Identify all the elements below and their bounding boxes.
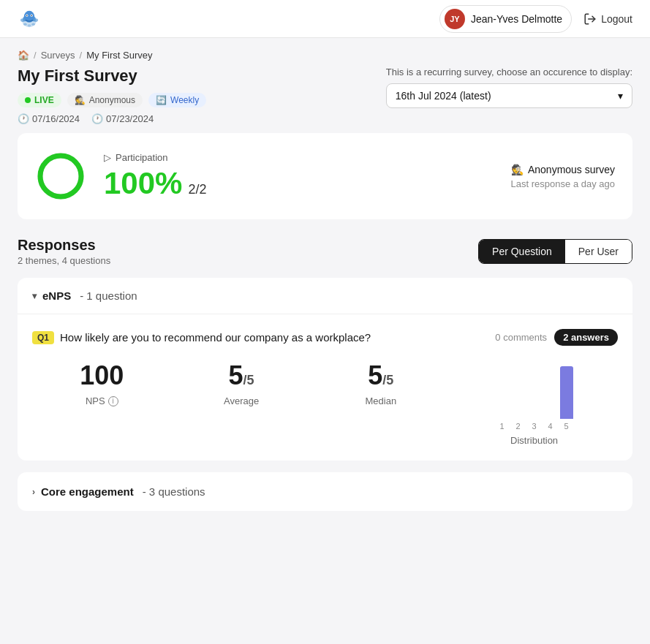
svg-point-3: [24, 10, 34, 22]
svg-point-9: [34, 18, 38, 22]
live-dot: [25, 97, 31, 103]
live-label: LIVE: [34, 95, 54, 105]
theme-header-enps[interactable]: ▾ eNPS - 1 question: [18, 278, 632, 314]
anon-survey-label: 🕵️ Anonymous survey: [511, 164, 615, 175]
participation-percent-value: 100%: [104, 166, 182, 201]
badge-weekly: 🔄 Weekly: [148, 93, 206, 107]
theme-name-core: Core engagement: [41, 485, 134, 498]
survey-badges: LIVE 🕵️ Anonymous 🔄 Weekly: [18, 93, 206, 107]
user-name: Jean-Yves Delmotte: [471, 13, 562, 25]
svg-point-6: [26, 15, 28, 16]
breadcrumb: 🏠 / Surveys / My First Survey: [0, 38, 650, 67]
average-label: Average: [172, 395, 311, 406]
start-date-value: 07/16/2024: [32, 113, 80, 124]
responses-subtitle: 2 themes, 4 questions: [18, 255, 110, 266]
chart-label-2: 2: [512, 422, 525, 431]
anon-label: Anonymous: [89, 95, 135, 105]
question-card-q1: Q1 How likely are you to recommend our c…: [18, 314, 632, 461]
start-date: 🕐 07/16/2024: [18, 113, 80, 124]
chevron-right-icon-core: ›: [32, 487, 35, 497]
logout-icon: [583, 12, 597, 26]
survey-dates: 🕐 07/16/2024 🕐 07/23/2024: [18, 113, 206, 124]
stat-median: 5/5 Median: [311, 360, 450, 406]
chart-label-3: 3: [528, 422, 541, 431]
recurring-label: This is a recurring survey, choose an oc…: [386, 67, 632, 77]
participation-label: ▷ Participation: [104, 152, 206, 163]
nps-label: NPS i: [32, 395, 172, 406]
logout-label: Logout: [601, 13, 632, 25]
survey-title: My First Survey: [18, 67, 206, 86]
logout-button[interactable]: Logout: [583, 12, 632, 26]
chart-label-5: 5: [560, 422, 573, 431]
chart-area: [496, 360, 573, 419]
participation-circle: [35, 151, 86, 202]
responses-title: Responses: [18, 237, 110, 254]
question-title-q1: Q1 How likely are you to recommend our c…: [32, 331, 371, 344]
toggle-per-user[interactable]: Per User: [565, 240, 632, 263]
theme-name-enps: eNPS: [42, 289, 71, 302]
stat-nps: 100 NPS i: [32, 360, 172, 406]
responses-header: Responses 2 themes, 4 questions Per Ques…: [18, 237, 632, 266]
nps-info-icon[interactable]: i: [108, 396, 118, 406]
chart-bar-5: [560, 366, 573, 419]
participation-fraction: 2/2: [188, 182, 206, 197]
participation-percent-display: 100% 2/2: [104, 166, 206, 201]
nps-value: 100: [32, 360, 172, 391]
user-profile-button[interactable]: JY Jean-Yves Delmotte: [439, 5, 572, 33]
toggle-per-question[interactable]: Per Question: [479, 240, 565, 263]
anon-survey-icon: 🕵️: [511, 164, 524, 175]
recurring-section: This is a recurring survey, choose an oc…: [386, 67, 632, 108]
distribution-label: Distribution: [510, 435, 558, 446]
svg-point-10: [23, 23, 27, 25]
median-value: 5/5: [311, 360, 450, 391]
badge-live: LIVE: [18, 93, 61, 107]
svg-point-8: [20, 18, 25, 22]
chevron-down-icon: ▾: [618, 90, 623, 102]
end-date: 🕐 07/23/2024: [91, 113, 154, 124]
survey-header: My First Survey LIVE 🕵️ Anonymous 🔄 Week…: [18, 67, 632, 124]
last-response: Last response a day ago: [511, 178, 615, 189]
breadcrumb-sep-1: /: [34, 50, 37, 61]
home-icon[interactable]: 🏠: [18, 50, 29, 61]
participation-icon: ▷: [104, 152, 111, 163]
question-text-q1: How likely are you to recommend our comp…: [60, 331, 371, 344]
main-content: My First Survey LIVE 🕵️ Anonymous 🔄 Week…: [0, 67, 650, 540]
view-toggle: Per Question Per User: [478, 239, 632, 264]
average-value: 5/5: [172, 360, 311, 391]
question-header-q1: Q1 How likely are you to recommend our c…: [32, 329, 618, 346]
clock-icon-start: 🕐: [18, 113, 29, 124]
participation-card: ▷ Participation 100% 2/2 🕵️ Anonymous su…: [18, 133, 632, 219]
header-logo-area: [18, 7, 41, 31]
breadcrumb-current: My First Survey: [86, 50, 152, 61]
breadcrumb-sep-2: /: [80, 50, 83, 61]
participation-right: 🕵️ Anonymous survey Last response a day …: [511, 164, 615, 189]
occurrence-value: 16th Jul 2024 (latest): [396, 90, 491, 102]
svg-point-11: [31, 23, 35, 25]
end-date-value: 07/23/2024: [106, 113, 154, 124]
chevron-down-icon-enps: ▾: [32, 291, 37, 301]
occurrence-dropdown[interactable]: 16th Jul 2024 (latest) ▾: [386, 83, 632, 108]
theme-header-core-engagement[interactable]: › Core engagement - 3 questions: [18, 472, 632, 511]
theme-question-count-core: - 3 questions: [143, 485, 205, 498]
svg-point-12: [28, 24, 31, 26]
header-right: JY Jean-Yves Delmotte Logout: [439, 5, 632, 33]
app-logo: [18, 7, 41, 31]
theme-question-count-enps: - 1 question: [80, 289, 137, 302]
answers-badge-q1: 2 answers: [554, 329, 618, 346]
question-meta-q1: 0 comments 2 answers: [495, 329, 618, 346]
question-badge-q1: Q1: [32, 331, 54, 344]
badge-anonymous: 🕵️ Anonymous: [67, 93, 143, 107]
stat-distribution: 1 2 3 4 5 Distribution: [450, 360, 618, 446]
clock-icon-end: 🕐: [91, 113, 103, 124]
breadcrumb-surveys[interactable]: Surveys: [41, 50, 75, 61]
theme-section-enps: ▾ eNPS - 1 question Q1 How likely are yo…: [18, 278, 632, 461]
svg-point-15: [40, 156, 81, 197]
chart-labels: 1 2 3 4 5: [496, 422, 573, 431]
chart-label-1: 1: [496, 422, 509, 431]
survey-title-section: My First Survey LIVE 🕵️ Anonymous 🔄 Week…: [18, 67, 206, 124]
theme-section-core-engagement: › Core engagement - 3 questions: [18, 472, 632, 511]
participation-text: ▷ Participation 100% 2/2: [104, 152, 206, 201]
comments-count-q1: 0 comments: [495, 332, 547, 343]
stats-row-q1: 100 NPS i 5/5 Average 5/5 Median: [32, 360, 618, 446]
avatar: JY: [445, 9, 465, 29]
